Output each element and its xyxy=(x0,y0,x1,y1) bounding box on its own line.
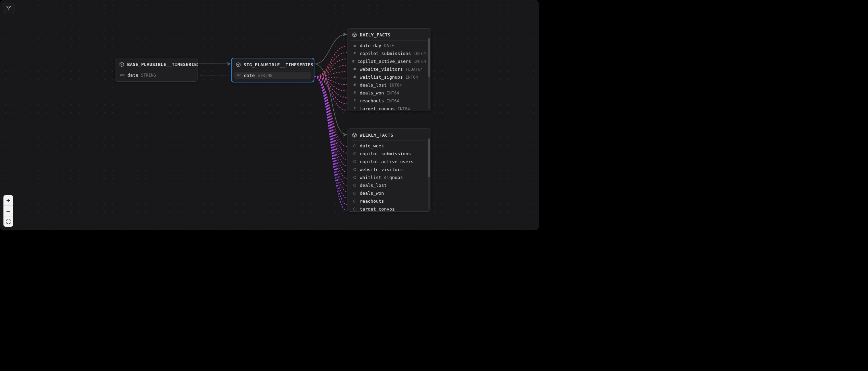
node-title: DAILY_FACTS xyxy=(360,32,390,37)
scrollbar-thumb[interactable] xyxy=(428,38,430,77)
number-type-icon xyxy=(352,83,357,87)
column-name: deals_won xyxy=(360,90,384,95)
column-row[interactable]: date STRING xyxy=(234,72,311,79)
column-type: INT64 xyxy=(387,91,399,95)
generic-type-icon xyxy=(352,199,357,203)
lineage-canvas[interactable]: BASE_PLAUSIBLE__TIMESERIES date STRING S… xyxy=(0,0,539,230)
lineage-edge xyxy=(314,77,347,153)
generic-type-icon xyxy=(352,160,357,164)
lineage-edge xyxy=(314,77,347,78)
generic-type-icon xyxy=(352,152,357,156)
edges-layer xyxy=(0,0,539,230)
node-divider xyxy=(351,140,427,141)
zoom-fit-button[interactable]: ⛶ xyxy=(3,216,13,227)
column-row[interactable]: deals_wonINT64 xyxy=(350,89,428,97)
column-row[interactable]: website_visitors xyxy=(350,166,428,173)
lineage-fan-daily xyxy=(314,46,347,110)
lineage-fan-weekly xyxy=(314,77,347,211)
column-type: INT64 xyxy=(414,59,426,64)
filter-button[interactable] xyxy=(3,3,14,13)
column-type: INT64 xyxy=(405,75,418,80)
filter-icon xyxy=(6,5,11,11)
zoom-out-button[interactable]: − xyxy=(3,206,13,216)
column-name: date_week xyxy=(360,143,384,148)
model-icon xyxy=(352,132,357,138)
node-divider xyxy=(351,40,427,41)
svg-marker-3 xyxy=(353,160,356,163)
lineage-edge xyxy=(314,77,347,110)
node-header: DAILY_FACTS xyxy=(347,29,431,40)
node-columns: date_dayDATEcopilot_submissionsINT64copi… xyxy=(347,42,431,111)
node-stg-plausible-timeseries[interactable]: STG_PLAUSIBLE__TIMESERIES date STRING xyxy=(231,58,314,82)
column-row[interactable]: date STRING xyxy=(118,71,195,79)
scrollbar-thumb[interactable] xyxy=(428,138,430,177)
number-type-icon xyxy=(352,67,357,71)
node-columns: date STRING xyxy=(115,71,198,81)
column-name: website_visitors xyxy=(360,67,403,72)
column-row[interactable]: copilot_submissions xyxy=(350,150,428,157)
edge-stg-to-daily xyxy=(314,34,346,64)
column-row[interactable]: deals_won xyxy=(350,190,428,197)
column-row[interactable]: website_visitorsFLOAT64 xyxy=(350,66,428,73)
number-type-icon xyxy=(352,91,357,95)
scrollbar[interactable] xyxy=(428,138,430,209)
scrollbar[interactable] xyxy=(428,38,430,109)
node-title: WEEKLY_FACTS xyxy=(360,133,393,138)
node-columns: date STRING xyxy=(232,72,314,82)
generic-type-icon xyxy=(352,183,357,187)
column-row[interactable]: copilot_active_usersINT64 xyxy=(350,58,428,65)
lineage-edge xyxy=(314,77,347,85)
column-row[interactable]: date_week xyxy=(350,142,428,149)
number-type-icon xyxy=(352,51,357,56)
node-header: WEEKLY_FACTS xyxy=(347,129,431,140)
column-row[interactable]: copilot_submissionsINT64 xyxy=(350,50,428,57)
column-name: website_visitors xyxy=(360,167,403,172)
column-row[interactable]: target_convosINT64 xyxy=(350,105,428,111)
number-type-icon xyxy=(352,59,355,64)
column-name: copilot_submissions xyxy=(360,51,411,56)
lineage-edge xyxy=(314,53,347,77)
model-icon xyxy=(352,32,357,37)
lineage-edge xyxy=(314,59,347,77)
column-row[interactable]: copilot_active_users xyxy=(350,158,428,165)
generic-type-icon xyxy=(352,207,357,211)
column-row[interactable]: target_convos xyxy=(350,205,428,211)
string-type-icon xyxy=(236,74,241,77)
column-row[interactable]: waitlist_signups xyxy=(350,174,428,181)
column-row[interactable]: deals_lost xyxy=(350,182,428,189)
node-columns: date_weekcopilot_submissionscopilot_acti… xyxy=(347,142,431,211)
lineage-edge xyxy=(314,46,347,77)
node-title: STG_PLAUSIBLE__TIMESERIES xyxy=(244,62,313,67)
node-header: STG_PLAUSIBLE__TIMESERIES xyxy=(232,58,314,70)
node-daily-facts[interactable]: DAILY_FACTS date_dayDATEcopilot_submissi… xyxy=(347,28,431,111)
column-type: FLOAT64 xyxy=(405,67,423,72)
svg-marker-5 xyxy=(353,176,356,179)
svg-marker-6 xyxy=(353,184,356,187)
column-name: deals_lost xyxy=(360,183,387,188)
node-weekly-facts[interactable]: WEEKLY_FACTS date_weekcopilot_submission… xyxy=(347,128,431,212)
zoom-in-button[interactable]: + xyxy=(3,195,13,206)
lineage-edge xyxy=(314,77,347,104)
node-base-plausible-timeseries[interactable]: BASE_PLAUSIBLE__TIMESERIES date STRING xyxy=(115,58,198,82)
lineage-edge xyxy=(314,77,347,179)
column-row[interactable]: date_dayDATE xyxy=(350,42,428,49)
number-type-icon xyxy=(352,75,357,79)
svg-marker-8 xyxy=(353,200,356,202)
column-name: target_convos xyxy=(360,206,395,211)
column-row[interactable]: reachouts xyxy=(350,198,428,205)
column-type: INT64 xyxy=(414,51,426,56)
column-row[interactable]: reachoutsINT64 xyxy=(350,97,428,104)
column-name: date xyxy=(127,72,138,78)
lineage-edge xyxy=(314,77,347,185)
svg-marker-0 xyxy=(7,6,11,10)
node-divider xyxy=(235,70,310,70)
lineage-edge xyxy=(314,72,347,77)
node-title: BASE_PLAUSIBLE__TIMESERIES xyxy=(127,62,198,67)
lineage-edge xyxy=(314,77,347,147)
svg-marker-7 xyxy=(353,192,356,194)
column-row[interactable]: waitlist_signupsINT64 xyxy=(350,74,428,81)
column-row[interactable]: deals_lostINT64 xyxy=(350,81,428,89)
column-type: STRING xyxy=(141,73,156,78)
column-type: STRING xyxy=(257,73,272,78)
edge-stg-to-weekly xyxy=(314,64,346,135)
